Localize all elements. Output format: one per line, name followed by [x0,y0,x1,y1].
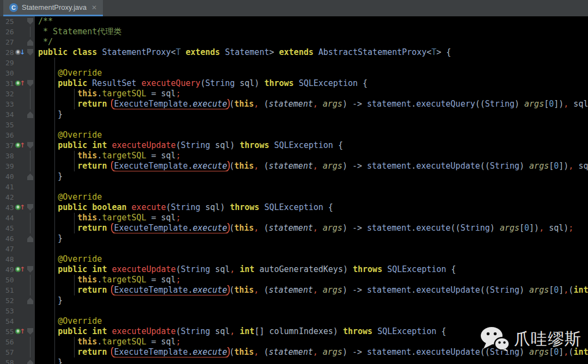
gutter[interactable]: 49o↑ [0,264,35,275]
gutter[interactable]: 48 [0,254,35,264]
line-number[interactable]: 39 [5,161,14,171]
gutter[interactable]: 45 [0,223,35,233]
overrides-icon[interactable]: o↑ [15,81,25,86]
code-line[interactable]: 35 [0,120,588,130]
code-editor[interactable]: 25/**26 * Statement代理类27 */28o↓public cl… [0,16,588,364]
gutter[interactable]: 37o↑ [0,140,35,151]
code-line[interactable]: 32 this.targetSQL = sql; [0,89,588,99]
fold-marker[interactable] [27,266,33,273]
overrides-icon[interactable]: o↑ [15,329,25,334]
line-number[interactable]: 27 [5,37,14,47]
gutter[interactable]: 25 [0,16,35,27]
gutter[interactable]: 46 [0,233,35,244]
close-icon[interactable]: ✕ [91,4,97,11]
line-number[interactable]: 40 [5,171,14,182]
line-number[interactable]: 30 [5,68,14,78]
line-number[interactable]: 58 [5,357,14,364]
line-number[interactable]: 36 [5,130,14,140]
line-number[interactable]: 48 [5,254,14,264]
code-line[interactable]: 58 } [0,357,588,364]
gutter[interactable]: 28o↓ [0,47,35,58]
line-number[interactable]: 43 [5,202,14,213]
line-number[interactable]: 45 [5,223,14,233]
line-number[interactable]: 54 [5,316,14,326]
gutter[interactable]: 56 [0,337,35,347]
line-number[interactable]: 53 [5,306,14,316]
fold-marker[interactable] [27,39,33,46]
gutter[interactable]: 47 [0,244,35,254]
code-line[interactable]: 48 @Override [0,254,588,264]
gutter[interactable]: 44 [0,213,35,223]
line-number[interactable]: 44 [5,213,14,223]
code-line[interactable]: 44 this.targetSQL = sql; [0,213,588,223]
gutter[interactable]: 31o↑ [0,78,35,89]
code-line[interactable]: 40 } [0,171,588,182]
line-number[interactable]: 32 [5,89,14,99]
code-line[interactable]: 39 return ExecuteTemplate.execute(this, … [0,161,588,171]
gutter[interactable]: 26 [0,27,35,37]
gutter[interactable]: 53 [0,306,35,316]
line-number[interactable]: 55 [5,326,14,337]
overridden-icon[interactable]: o↓ [15,50,25,55]
code-line[interactable]: 27 */ [0,37,588,47]
fold-marker[interactable] [27,80,33,87]
code-line[interactable]: 49o↑ public int executeUpdate(String sql… [0,264,588,275]
line-number[interactable]: 38 [5,151,14,161]
line-number[interactable]: 37 [5,140,14,151]
line-number[interactable]: 46 [5,233,14,244]
gutter[interactable]: 52 [0,295,35,306]
code-line[interactable]: 43o↑ public boolean execute(String sql) … [0,202,588,213]
line-number[interactable]: 51 [5,285,14,295]
gutter[interactable]: 33 [0,99,35,109]
fold-marker[interactable] [27,236,33,242]
line-number[interactable]: 35 [5,120,14,130]
fold-marker[interactable] [27,49,33,55]
overrides-icon[interactable]: o↑ [15,267,25,272]
fold-marker[interactable] [27,142,33,149]
code-line[interactable]: 29 [0,58,588,68]
gutter[interactable]: 41 [0,182,35,192]
overrides-icon[interactable]: o↑ [15,205,25,210]
gutter[interactable]: 38 [0,151,35,161]
code-line[interactable]: 54 @Override [0,316,588,326]
code-line[interactable]: 33 return ExecuteTemplate.execute(this, … [0,99,588,109]
code-line[interactable]: 50 this.targetSQL = sql; [0,275,588,285]
code-line[interactable]: 25/** [0,16,588,27]
gutter[interactable]: 58 [0,357,35,364]
code-line[interactable]: 38 this.targetSQL = sql; [0,151,588,161]
line-number[interactable]: 50 [5,275,14,285]
gutter[interactable]: 29 [0,58,35,68]
line-number[interactable]: 33 [5,99,14,109]
gutter[interactable]: 50 [0,275,35,285]
gutter[interactable]: 36 [0,130,35,140]
line-number[interactable]: 28 [5,47,14,58]
line-number[interactable]: 47 [5,244,14,254]
fold-marker[interactable] [27,298,33,304]
line-number[interactable]: 57 [5,347,14,357]
gutter[interactable]: 27 [0,37,35,47]
gutter[interactable]: 30 [0,68,35,78]
line-number[interactable]: 42 [5,192,14,202]
fold-marker[interactable] [27,204,33,211]
gutter[interactable]: 40 [0,171,35,182]
gutter[interactable]: 35 [0,120,35,130]
gutter[interactable]: 54 [0,316,35,326]
line-number[interactable]: 49 [5,264,14,275]
fold-marker[interactable] [27,112,33,118]
line-number[interactable]: 41 [5,182,14,192]
line-number[interactable]: 25 [5,16,14,27]
code-line[interactable]: 36 @Override [0,130,588,140]
code-line[interactable]: 28o↓public class StatementProxy<T extend… [0,47,588,58]
line-number[interactable]: 56 [5,337,14,347]
gutter[interactable]: 43o↑ [0,202,35,213]
code-line[interactable]: 42 @Override [0,192,588,202]
code-line[interactable]: 26 * Statement代理类 [0,27,588,37]
code-line[interactable]: 30 @Override [0,68,588,78]
code-line[interactable]: 34 } [0,109,588,120]
line-number[interactable]: 29 [5,58,14,68]
fold-marker[interactable] [27,328,33,335]
code-line[interactable]: 31o↑ public ResultSet executeQuery(Strin… [0,78,588,89]
gutter[interactable]: 42 [0,192,35,202]
gutter[interactable]: 39 [0,161,35,171]
code-line[interactable]: 45 return ExecuteTemplate.execute(this, … [0,223,588,233]
